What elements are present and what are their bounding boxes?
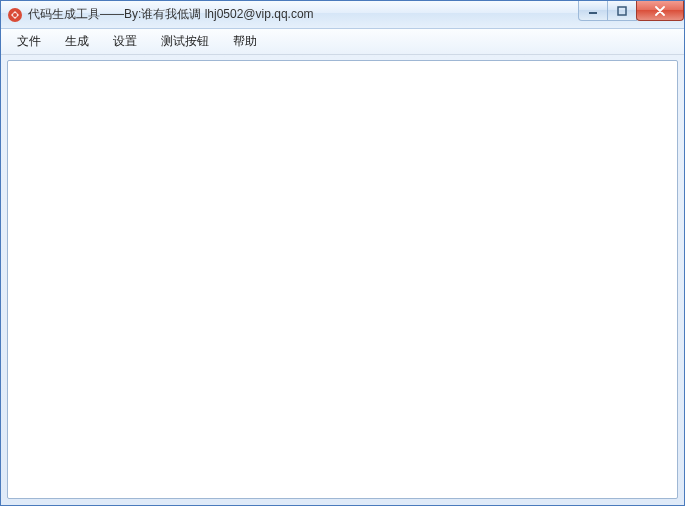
close-button[interactable]	[636, 1, 684, 21]
menu-generate[interactable]: 生成	[53, 29, 101, 54]
app-window: 代码生成工具——By:谁有我低调 lhj0502@vip.qq.com 文件 生…	[0, 0, 685, 506]
menu-file[interactable]: 文件	[5, 29, 53, 54]
menu-help[interactable]: 帮助	[221, 29, 269, 54]
svg-rect-2	[589, 12, 597, 14]
client-area	[1, 55, 684, 505]
menu-settings[interactable]: 设置	[101, 29, 149, 54]
minimize-button[interactable]	[578, 1, 608, 21]
maximize-icon	[617, 6, 627, 16]
titlebar[interactable]: 代码生成工具——By:谁有我低调 lhj0502@vip.qq.com	[1, 1, 684, 29]
close-icon	[654, 6, 666, 16]
minimize-icon	[588, 6, 598, 16]
window-controls	[579, 1, 684, 21]
app-icon	[7, 7, 23, 23]
svg-rect-3	[618, 7, 626, 15]
window-title: 代码生成工具——By:谁有我低调 lhj0502@vip.qq.com	[28, 6, 314, 23]
maximize-button[interactable]	[607, 1, 637, 21]
svg-point-1	[13, 13, 17, 17]
menu-test-button[interactable]: 测试按钮	[149, 29, 221, 54]
content-panel	[7, 60, 678, 499]
menubar: 文件 生成 设置 测试按钮 帮助	[1, 29, 684, 55]
